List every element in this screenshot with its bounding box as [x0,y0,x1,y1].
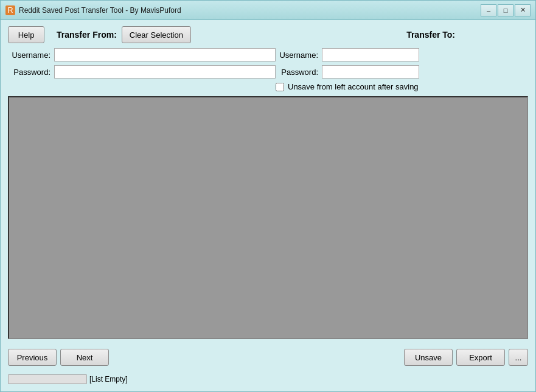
content-area: Help Transfer From: Clear Selection Tran… [1,20,535,391]
clear-selection-button[interactable]: Clear Selection [122,26,191,43]
minimize-button[interactable]: – [481,4,496,16]
unsave-checkbox-label: Unsave from left account after saving [288,82,419,91]
transfer-to-label: Transfer To: [406,30,455,40]
maximize-button[interactable]: □ [498,4,513,16]
unsave-button[interactable]: Unsave [404,349,453,366]
right-password-label: Password: [276,68,318,77]
left-username-row: Username: [8,48,276,61]
status-text: [List Empty] [89,375,128,383]
left-password-row: Password: [8,65,276,79]
previous-button[interactable]: Previous [8,349,57,366]
progress-bar-container [8,374,87,384]
window-controls: – □ ✕ [481,4,531,16]
right-fields: Username: Password: Unsave from left acc… [276,48,419,91]
top-row: Help Transfer From: Clear Selection Tran… [8,26,528,43]
post-list[interactable] [8,96,528,339]
close-button[interactable]: ✕ [515,4,531,16]
status-bar: [List Empty] [8,373,528,385]
help-button[interactable]: Help [8,26,44,43]
window-title: Reddit Saved Post Transfer Tool - By Mav… [19,6,481,15]
fields-section: Username: Password: Username: Password: [8,48,528,91]
left-password-input[interactable] [54,65,276,79]
right-username-input[interactable] [322,48,419,61]
right-username-label: Username: [276,51,318,60]
left-username-input[interactable] [54,48,276,61]
left-password-label: Password: [8,68,50,77]
transfer-from-label: Transfer From: [57,30,117,40]
app-icon: R [5,5,15,15]
more-button[interactable]: ... [509,349,528,366]
main-window: R Reddit Saved Post Transfer Tool - By M… [0,0,536,392]
right-username-row: Username: [276,48,419,61]
export-button[interactable]: Export [456,349,505,366]
unsave-checkbox[interactable] [276,83,284,91]
right-password-row: Password: [276,65,419,79]
left-fields: Username: Password: [8,48,276,91]
right-password-input[interactable] [322,65,419,79]
unsave-checkbox-row: Unsave from left account after saving [276,82,419,91]
next-button[interactable]: Next [60,349,109,366]
bottom-bar: Previous Next Unsave Export ... [8,346,528,368]
left-username-label: Username: [8,51,50,60]
title-bar: R Reddit Saved Post Transfer Tool - By M… [1,1,535,20]
